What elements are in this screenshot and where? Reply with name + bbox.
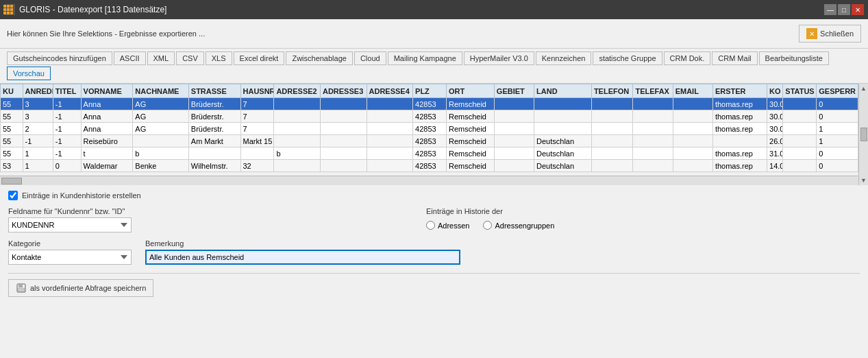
v-scroll-up[interactable]: ▲ (860, 85, 867, 92)
history-checkbox[interactable] (8, 191, 18, 200)
col-header-hausnr: HAUSNR (240, 84, 274, 98)
kategorie-group: Kategorie Kontakte (8, 239, 132, 265)
title-bar: GLORIS - Datenexport [113 Datensätze] — … (0, 0, 868, 19)
cell-email (673, 160, 712, 172)
radio-adressen[interactable] (426, 221, 435, 230)
excel-direkt-button[interactable]: Excel direkt (234, 51, 285, 65)
cell-nachname (133, 135, 189, 147)
cell-ku: 55 (1, 123, 23, 135)
cell-plz: 42853 (413, 160, 447, 172)
cell-gesperr: 1 (817, 135, 858, 147)
cell-anrede: 3 (23, 98, 53, 110)
v-scrollbar-thumb[interactable] (860, 128, 867, 141)
horizontal-scrollbar[interactable] (0, 176, 858, 185)
feld-select[interactable]: KUNDENNR (8, 217, 132, 232)
cell-adresse2 (274, 110, 321, 123)
cell-telefon (591, 160, 633, 172)
table-row[interactable]: 5310WaldemarBenkeWilhelmstr.3242853Remsc… (1, 160, 858, 172)
cell-plz: 42853 (413, 98, 447, 110)
mailing-kampagne-button[interactable]: Mailing Kampagne (388, 51, 462, 65)
cell-titel: -1 (53, 123, 81, 135)
cell-vorname: Waldemar (81, 160, 133, 172)
kategorie-select[interactable]: Kontakte (8, 250, 132, 265)
cell-telefax (633, 147, 673, 160)
cell-adresse2 (274, 135, 321, 147)
hypermailer-button[interactable]: HyperMailer V3.0 (464, 51, 534, 65)
cell-titel: -1 (53, 110, 81, 123)
col-header-plz: PLZ (413, 84, 447, 98)
cell-telefon (591, 123, 633, 135)
cell-ku: 55 (1, 135, 23, 147)
col-header-telefax: TELEFAX (633, 84, 673, 98)
crm-mail-button[interactable]: CRM Mail (712, 51, 757, 65)
cell-adresse4 (367, 135, 413, 147)
gutscheincodes-button[interactable]: Gutscheincodes hinzufügen (7, 51, 112, 65)
eintraege-group: Einträge in Historie der Adressen Adress… (426, 207, 554, 230)
cell-gebiet (494, 98, 534, 110)
v-scroll-down[interactable]: ▼ (860, 177, 867, 184)
cell-gesperr: 0 (817, 160, 858, 172)
save-button[interactable]: als vordefinierte Abfrage speichern (8, 279, 153, 297)
col-header-nachname: NACHNAME (133, 84, 189, 98)
cell-anrede: -1 (23, 135, 53, 147)
schliessen-button[interactable]: ✕ Schließen (799, 25, 861, 43)
ascii-button[interactable]: ASCII (114, 51, 146, 65)
kennzeichen-button[interactable]: Kennzeichen (536, 51, 592, 65)
vertical-scrollbar[interactable]: ▲ ▼ (858, 84, 868, 185)
cell-status (783, 98, 817, 110)
col-header-vorname: VORNAME (81, 84, 133, 98)
kategorie-label: Kategorie (8, 239, 132, 248)
cell-adresse4 (367, 98, 413, 110)
table-scroll-area[interactable]: KU ANREDE TITEL VORNAME NACHNAME STRASSE… (0, 84, 858, 176)
fields-row: Feldname für "Kundennr" bzw. "ID" KUNDEN… (8, 207, 860, 232)
bearbeitungsliste-button[interactable]: Bearbeitungsliste (759, 51, 829, 65)
col-header-status: STATUS (783, 84, 817, 98)
radio-adressengruppen[interactable] (483, 221, 492, 230)
bemerkung-input[interactable] (145, 250, 460, 265)
xml-button[interactable]: XML (147, 51, 175, 65)
col-header-gesperr: GESPERR (817, 84, 858, 98)
cell-gesperr: 0 (817, 147, 858, 160)
csv-button[interactable]: CSV (176, 51, 204, 65)
cell-gebiet (494, 135, 534, 147)
cell-hausnr: 7 (240, 98, 274, 110)
col-header-ko: KO (767, 84, 783, 98)
cell-strasse: Brüderstr. (188, 123, 240, 135)
cell-erster: thomas.rep (712, 147, 767, 160)
cell-plz: 42853 (413, 147, 447, 160)
radio-adressen-label: Adressen (438, 222, 469, 230)
h-scrollbar-thumb[interactable] (1, 178, 22, 184)
col-header-adresse4: ADRESSE4 (367, 84, 413, 98)
table-row[interactable]: 552-1AnnaAGBrüderstr.742853Remscheidthom… (1, 123, 858, 135)
statische-gruppe-button[interactable]: statische Gruppe (593, 51, 662, 65)
vorschau-button[interactable]: Vorschau (7, 67, 51, 80)
toolbar: Gutscheincodes hinzufügen ASCII XML CSV … (0, 49, 868, 84)
cell-email (673, 98, 712, 110)
cell-ko: 30.03.2017 (767, 110, 783, 123)
cell-vorname: Reisebüro (81, 135, 133, 147)
cloud-button[interactable]: Cloud (354, 51, 386, 65)
schliessen-label: Schließen (820, 29, 854, 38)
cell-adresse3 (320, 123, 367, 135)
cell-adresse3 (320, 147, 367, 160)
minimize-button[interactable]: — (824, 4, 836, 15)
cell-ort: Remscheid (446, 123, 494, 135)
table-row[interactable]: 553-1AnnaAGBrüderstr.742853Remscheidthom… (1, 98, 858, 110)
cell-ku: 55 (1, 98, 23, 110)
radio-adressen-item: Adressen (426, 221, 469, 230)
table-row[interactable]: 551-1tbb42853RemscheidDeutschlanthomas.r… (1, 147, 858, 160)
xls-button[interactable]: XLS (206, 51, 232, 65)
window-close-button[interactable]: ✕ (852, 4, 864, 15)
table-row[interactable]: 553-1AnnaAGBrüderstr.742853Remscheidthom… (1, 110, 858, 123)
col-header-strasse: STRASSE (188, 84, 240, 98)
info-text: Hier können Sie Ihre Selektions - Ergebn… (7, 29, 205, 38)
table-row[interactable]: 55-1-1ReisebüroAm MarktMarkt 1542853Rems… (1, 135, 858, 147)
zwischenablage-button[interactable]: Zwischenablage (286, 51, 353, 65)
cell-land: Deutschlan (534, 135, 592, 147)
cell-adresse2: b (274, 147, 321, 160)
crm-dok-button[interactable]: CRM Dok. (664, 51, 711, 65)
cell-land: Deutschlan (534, 160, 592, 172)
col-header-telefon: TELEFON (591, 84, 633, 98)
maximize-button[interactable]: □ (838, 4, 850, 15)
cell-nachname: AG (133, 98, 189, 110)
